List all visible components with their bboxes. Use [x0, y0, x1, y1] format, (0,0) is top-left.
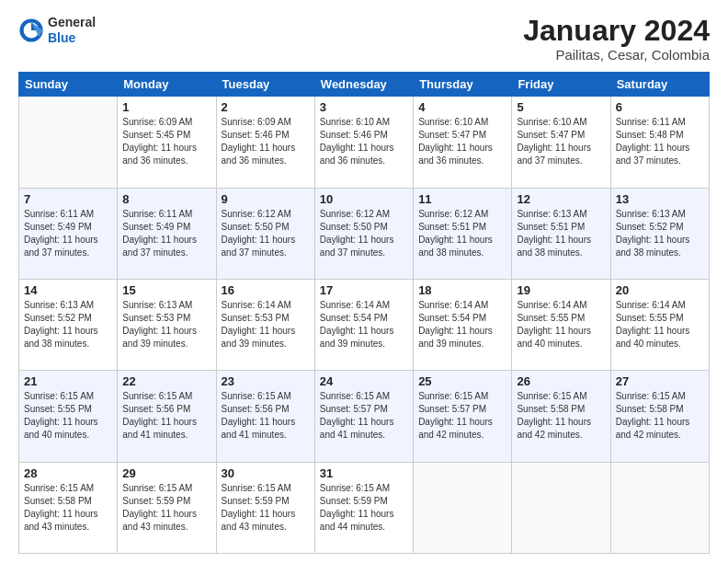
table-row: 15Sunrise: 6:13 AM Sunset: 5:53 PM Dayli… [118, 279, 216, 370]
table-row: 27Sunrise: 6:15 AM Sunset: 5:58 PM Dayli… [610, 371, 709, 462]
table-row [610, 462, 709, 553]
calendar-week-row: 21Sunrise: 6:15 AM Sunset: 5:55 PM Dayli… [19, 371, 710, 462]
day-info: Sunrise: 6:13 AM Sunset: 5:51 PM Dayligh… [517, 208, 605, 259]
day-number: 26 [517, 374, 605, 388]
col-tuesday: Tuesday [216, 73, 314, 97]
table-row: 23Sunrise: 6:15 AM Sunset: 5:56 PM Dayli… [216, 371, 314, 462]
day-number: 20 [616, 283, 704, 297]
day-number: 12 [517, 192, 605, 206]
day-info: Sunrise: 6:14 AM Sunset: 5:54 PM Dayligh… [320, 299, 408, 350]
page-title: January 2024 [523, 15, 710, 47]
table-row: 18Sunrise: 6:14 AM Sunset: 5:54 PM Dayli… [414, 279, 512, 370]
table-row: 21Sunrise: 6:15 AM Sunset: 5:55 PM Dayli… [19, 371, 118, 462]
day-number: 24 [320, 374, 408, 388]
table-row: 11Sunrise: 6:12 AM Sunset: 5:51 PM Dayli… [414, 188, 512, 279]
day-info: Sunrise: 6:09 AM Sunset: 5:46 PM Dayligh… [222, 116, 310, 167]
title-block: January 2024 Pailitas, Cesar, Colombia [523, 15, 710, 63]
calendar-week-row: 7Sunrise: 6:11 AM Sunset: 5:49 PM Daylig… [19, 188, 710, 279]
table-row: 9Sunrise: 6:12 AM Sunset: 5:50 PM Daylig… [216, 188, 314, 279]
day-info: Sunrise: 6:12 AM Sunset: 5:50 PM Dayligh… [320, 208, 408, 259]
day-number: 4 [418, 100, 506, 114]
day-number: 30 [222, 466, 310, 480]
day-info: Sunrise: 6:15 AM Sunset: 5:57 PM Dayligh… [320, 390, 408, 442]
day-info: Sunrise: 6:09 AM Sunset: 5:45 PM Dayligh… [122, 116, 210, 167]
table-row: 6Sunrise: 6:11 AM Sunset: 5:48 PM Daylig… [610, 97, 709, 188]
day-number: 10 [320, 192, 408, 206]
day-info: Sunrise: 6:13 AM Sunset: 5:52 PM Dayligh… [616, 208, 704, 259]
day-number: 18 [418, 283, 506, 297]
table-row: 1Sunrise: 6:09 AM Sunset: 5:45 PM Daylig… [118, 97, 216, 188]
day-info: Sunrise: 6:12 AM Sunset: 5:50 PM Dayligh… [222, 208, 310, 259]
day-number: 31 [320, 466, 408, 480]
page-subtitle: Pailitas, Cesar, Colombia [523, 47, 710, 63]
table-row: 24Sunrise: 6:15 AM Sunset: 5:57 PM Dayli… [314, 371, 413, 462]
day-number: 17 [320, 283, 408, 297]
day-info: Sunrise: 6:11 AM Sunset: 5:49 PM Dayligh… [24, 208, 112, 259]
table-row: 10Sunrise: 6:12 AM Sunset: 5:50 PM Dayli… [314, 188, 413, 279]
calendar-week-row: 14Sunrise: 6:13 AM Sunset: 5:52 PM Dayli… [19, 279, 710, 370]
page: General Blue January 2024 Pailitas, Cesa… [0, 0, 728, 563]
day-info: Sunrise: 6:15 AM Sunset: 5:58 PM Dayligh… [24, 482, 112, 534]
day-number: 3 [320, 100, 408, 114]
table-row [512, 462, 610, 553]
logo: General Blue [18, 15, 96, 46]
col-monday: Monday [118, 73, 216, 97]
table-row: 16Sunrise: 6:14 AM Sunset: 5:53 PM Dayli… [216, 279, 314, 370]
table-row: 30Sunrise: 6:15 AM Sunset: 5:59 PM Dayli… [216, 462, 314, 553]
day-info: Sunrise: 6:15 AM Sunset: 5:59 PM Dayligh… [222, 482, 310, 534]
col-sunday: Sunday [19, 73, 118, 97]
day-number: 9 [222, 192, 310, 206]
logo-general-text: General [48, 15, 96, 29]
table-row: 20Sunrise: 6:14 AM Sunset: 5:55 PM Dayli… [610, 279, 709, 370]
day-info: Sunrise: 6:15 AM Sunset: 5:59 PM Dayligh… [122, 482, 210, 534]
table-row: 17Sunrise: 6:14 AM Sunset: 5:54 PM Dayli… [314, 279, 413, 370]
col-thursday: Thursday [414, 73, 512, 97]
table-row: 5Sunrise: 6:10 AM Sunset: 5:47 PM Daylig… [512, 97, 610, 188]
day-info: Sunrise: 6:14 AM Sunset: 5:53 PM Dayligh… [222, 299, 310, 350]
day-info: Sunrise: 6:10 AM Sunset: 5:47 PM Dayligh… [517, 116, 605, 167]
table-row: 19Sunrise: 6:14 AM Sunset: 5:55 PM Dayli… [512, 279, 610, 370]
day-number: 5 [517, 100, 605, 114]
table-row: 28Sunrise: 6:15 AM Sunset: 5:58 PM Dayli… [19, 462, 118, 553]
day-number: 21 [24, 374, 112, 388]
day-number: 1 [122, 100, 210, 114]
day-number: 16 [222, 283, 310, 297]
col-saturday: Saturday [610, 73, 709, 97]
day-info: Sunrise: 6:14 AM Sunset: 5:55 PM Dayligh… [517, 299, 605, 350]
table-row: 3Sunrise: 6:10 AM Sunset: 5:46 PM Daylig… [314, 97, 413, 188]
day-info: Sunrise: 6:15 AM Sunset: 5:58 PM Dayligh… [517, 390, 605, 442]
day-info: Sunrise: 6:15 AM Sunset: 5:55 PM Dayligh… [24, 390, 112, 442]
table-row: 2Sunrise: 6:09 AM Sunset: 5:46 PM Daylig… [216, 97, 314, 188]
day-number: 11 [418, 192, 506, 206]
calendar-week-row: 28Sunrise: 6:15 AM Sunset: 5:58 PM Dayli… [19, 462, 710, 553]
table-row: 4Sunrise: 6:10 AM Sunset: 5:47 PM Daylig… [414, 97, 512, 188]
day-info: Sunrise: 6:13 AM Sunset: 5:52 PM Dayligh… [24, 299, 112, 350]
day-number: 7 [24, 192, 112, 206]
day-number: 13 [616, 192, 704, 206]
day-number: 15 [122, 283, 210, 297]
day-info: Sunrise: 6:15 AM Sunset: 5:57 PM Dayligh… [418, 390, 506, 442]
logo-text: General Blue [48, 15, 96, 46]
day-number: 8 [122, 192, 210, 206]
day-info: Sunrise: 6:14 AM Sunset: 5:54 PM Dayligh… [418, 299, 506, 350]
table-row: 7Sunrise: 6:11 AM Sunset: 5:49 PM Daylig… [19, 188, 118, 279]
calendar-week-row: 1Sunrise: 6:09 AM Sunset: 5:45 PM Daylig… [19, 97, 710, 188]
day-info: Sunrise: 6:15 AM Sunset: 5:59 PM Dayligh… [320, 482, 408, 534]
day-info: Sunrise: 6:15 AM Sunset: 5:56 PM Dayligh… [222, 390, 310, 442]
day-info: Sunrise: 6:10 AM Sunset: 5:46 PM Dayligh… [320, 116, 408, 167]
calendar-header-row: Sunday Monday Tuesday Wednesday Thursday… [19, 73, 710, 97]
col-wednesday: Wednesday [314, 73, 413, 97]
day-info: Sunrise: 6:11 AM Sunset: 5:48 PM Dayligh… [616, 116, 704, 167]
day-number: 23 [222, 374, 310, 388]
day-number: 2 [222, 100, 310, 114]
logo-icon [18, 17, 44, 43]
day-info: Sunrise: 6:13 AM Sunset: 5:53 PM Dayligh… [122, 299, 210, 350]
day-number: 25 [418, 374, 506, 388]
day-info: Sunrise: 6:10 AM Sunset: 5:47 PM Dayligh… [418, 116, 506, 167]
table-row: 31Sunrise: 6:15 AM Sunset: 5:59 PM Dayli… [314, 462, 413, 553]
day-info: Sunrise: 6:12 AM Sunset: 5:51 PM Dayligh… [418, 208, 506, 259]
day-info: Sunrise: 6:11 AM Sunset: 5:49 PM Dayligh… [122, 208, 210, 259]
table-row [19, 97, 118, 188]
day-info: Sunrise: 6:15 AM Sunset: 5:56 PM Dayligh… [122, 390, 210, 442]
day-number: 6 [616, 100, 704, 114]
